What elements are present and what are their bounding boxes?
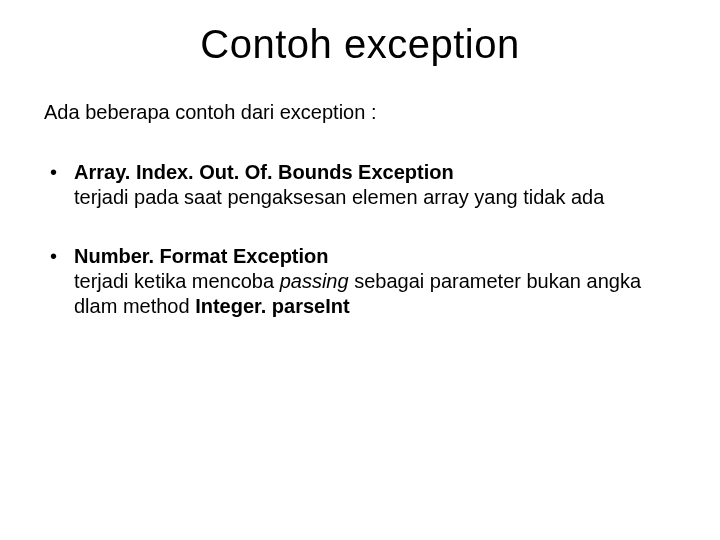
item-heading: Number. Format Exception (74, 245, 329, 267)
slide-title: Contoh exception (44, 22, 676, 67)
item-body: terjadi pada saat pengaksesan elemen arr… (74, 186, 604, 208)
item-body-pre: terjadi ketika mencoba (74, 270, 280, 292)
intro-text: Ada beberapa contoh dari exception : (44, 101, 676, 124)
item-body-em: passing (280, 270, 349, 292)
bullet-list: Array. Index. Out. Of. Bounds Exception … (44, 160, 676, 319)
item-body-bold: Integer. parseInt (195, 295, 350, 317)
list-item: Number. Format Exception terjadi ketika … (44, 244, 676, 319)
list-item: Array. Index. Out. Of. Bounds Exception … (44, 160, 676, 210)
item-heading: Array. Index. Out. Of. Bounds Exception (74, 161, 454, 183)
slide: Contoh exception Ada beberapa contoh dar… (0, 0, 720, 540)
